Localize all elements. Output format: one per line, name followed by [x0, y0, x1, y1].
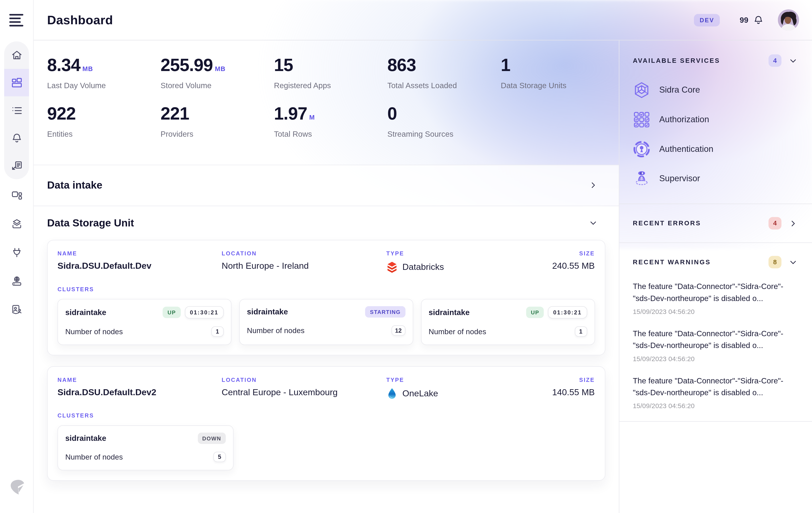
service-item-supervisor[interactable]: Supervisor [633, 164, 798, 193]
sidebar-item-notifications[interactable] [4, 124, 29, 152]
dsu-field-size: SIZE 140.55 MB [552, 376, 595, 400]
cluster-name: sidraintake [247, 307, 288, 316]
field-label: SIZE [552, 250, 595, 256]
plug-icon [11, 247, 23, 258]
service-item-authentication[interactable]: Authentication [633, 134, 798, 164]
stats-row-2: 922 Entities 221 Providers 1.97M Total R… [47, 104, 619, 138]
recent-errors-header[interactable]: RECENT ERRORS 4 [633, 217, 798, 230]
service-item-authorization[interactable]: Authorization [633, 105, 798, 134]
recent-warnings-title: RECENT WARNINGS [633, 258, 711, 266]
stat-label: Total Rows [274, 130, 387, 139]
stat-value: 8.34 [47, 55, 80, 75]
available-services-section: AVAILABLE SERVICES 4 Sidra Core Authoriz… [619, 40, 812, 203]
stat-unit: M [309, 114, 315, 121]
recent-errors-section: RECENT ERRORS 4 [619, 204, 812, 243]
sidebar-nav-group-secondary [4, 181, 29, 324]
sidebar-item-data-intake[interactable] [4, 152, 29, 179]
menu-toggle-button[interactable] [7, 13, 26, 27]
data-intake-section[interactable]: Data intake [33, 165, 619, 206]
notification-count: 99 [740, 16, 748, 25]
dsu-field-name: NAME Sidra.DSU.Default.Dev [57, 250, 222, 274]
stat-providers: 221 Providers [161, 104, 274, 138]
dsu-name: Sidra.DSU.Default.Dev [57, 261, 222, 271]
dsu-field-name: NAME Sidra.DSU.Default.Dev2 [57, 376, 222, 400]
databricks-icon [386, 261, 398, 273]
sidebar-item-identity[interactable] [4, 295, 29, 324]
dsu-size: 240.55 MB [552, 261, 595, 271]
stat-last-day-volume: 8.34MB Last Day Volume [47, 55, 161, 90]
cluster-card: sidraintake DOWN Number of nodes 5 [57, 425, 233, 470]
sidebar-item-home[interactable] [4, 41, 29, 69]
stat-streaming-sources: 0 Streaming Sources [387, 104, 501, 138]
page-title: Dashboard [47, 13, 113, 27]
stat-value: 255.99 [161, 55, 213, 75]
stats-row-1: 8.34MB Last Day Volume 255.99MB Stored V… [47, 55, 619, 90]
clusters-label: CLUSTERS [57, 286, 595, 292]
service-label: Authentication [659, 144, 714, 154]
service-item-sidra-core[interactable]: Sidra Core [633, 75, 798, 105]
dashboard-page: Dashboard DEV 99 [0, 0, 812, 513]
stat-data-storage-units: 1 Data Storage Units [501, 55, 614, 90]
recent-errors-count-badge: 4 [768, 217, 782, 230]
sidebar-nav-group-primary [4, 41, 29, 179]
nodes-label: Number of nodes [247, 326, 304, 335]
data-storage-unit-section: Data Storage Unit NAME Sidra.DSU.Default… [33, 206, 619, 513]
authorization-grid-icon [633, 111, 650, 128]
warning-item[interactable]: The feature "Data-Connector"-"Sidra-Core… [633, 374, 798, 410]
dsu-name: Sidra.DSU.Default.Dev2 [57, 387, 222, 398]
recent-warnings-header: RECENT WARNINGS 8 [633, 256, 798, 268]
stat-stored-volume: 255.99MB Stored Volume [161, 55, 274, 90]
sidebar-item-widgets[interactable] [4, 181, 29, 210]
available-services-count-badge: 4 [768, 54, 782, 67]
avatar-image [778, 9, 799, 30]
users-badge-icon [11, 304, 23, 315]
clusters-label: CLUSTERS [57, 412, 595, 418]
stat-label: Entities [47, 130, 161, 139]
chevron-down-icon[interactable] [589, 219, 598, 227]
chevron-down-icon[interactable] [789, 258, 798, 266]
authentication-keyhole-icon [633, 140, 650, 158]
stat-value: 221 [161, 104, 189, 123]
dsu-fields: NAME Sidra.DSU.Default.Dev2 LOCATION Cen… [57, 376, 595, 400]
chevron-right-icon[interactable] [789, 219, 798, 228]
widgets-icon [11, 190, 23, 202]
sidebar-item-dashboard[interactable] [4, 69, 29, 97]
dsu-field-type: TYPE Databricks [386, 250, 552, 274]
warning-item[interactable]: The feature "Data-Connector"-"Sidra-Core… [633, 327, 798, 363]
top-bar-right: DEV 99 [694, 9, 799, 30]
sidebar-item-web-server[interactable] [4, 267, 29, 295]
stat-label: Last Day Volume [47, 81, 161, 90]
sidebar-item-layers[interactable] [4, 210, 29, 238]
notifications-button[interactable] [753, 15, 764, 25]
sidebar-item-list[interactable] [4, 97, 29, 124]
sidebar-item-connectors[interactable] [4, 238, 29, 267]
bell-icon [11, 132, 23, 144]
divider [619, 421, 812, 422]
recent-errors-title: RECENT ERRORS [633, 220, 701, 227]
field-label: TYPE [386, 250, 552, 256]
stat-value: 922 [47, 104, 76, 123]
stat-entities: 922 Entities [47, 104, 161, 138]
stats-summary: 8.34MB Last Day Volume 255.99MB Stored V… [33, 40, 619, 165]
sidra-core-icon [633, 81, 650, 98]
warning-message: The feature "Data-Connector"-"Sidra-Core… [633, 374, 798, 398]
warning-message: The feature "Data-Connector"-"Sidra-Core… [633, 280, 798, 304]
chevron-right-icon[interactable] [589, 181, 598, 190]
home-icon [11, 49, 23, 61]
chevron-down-icon[interactable] [789, 56, 798, 65]
warning-item[interactable]: The feature "Data-Connector"-"Sidra-Core… [633, 280, 798, 315]
dsu-location: Central Europe - Luxembourg [222, 387, 386, 398]
dsu-field-location: LOCATION Central Europe - Luxembourg [222, 376, 386, 400]
stat-value: 0 [387, 104, 397, 123]
nodes-count: 1 [575, 326, 587, 337]
left-sidebar [0, 0, 33, 513]
recent-warnings-count-badge: 8 [768, 256, 782, 268]
warning-timestamp: 15/09/2023 04:56:20 [633, 355, 798, 363]
field-label: SIZE [552, 376, 595, 382]
stat-total-assets: 863 Total Assets Loaded [387, 55, 501, 90]
cluster-card: sidraintake STARTING Number of nodes 12 [239, 298, 413, 345]
user-avatar[interactable] [778, 9, 799, 30]
stat-value: 15 [274, 55, 293, 75]
bell-icon [753, 15, 764, 25]
top-bar: Dashboard DEV 99 [33, 0, 812, 40]
